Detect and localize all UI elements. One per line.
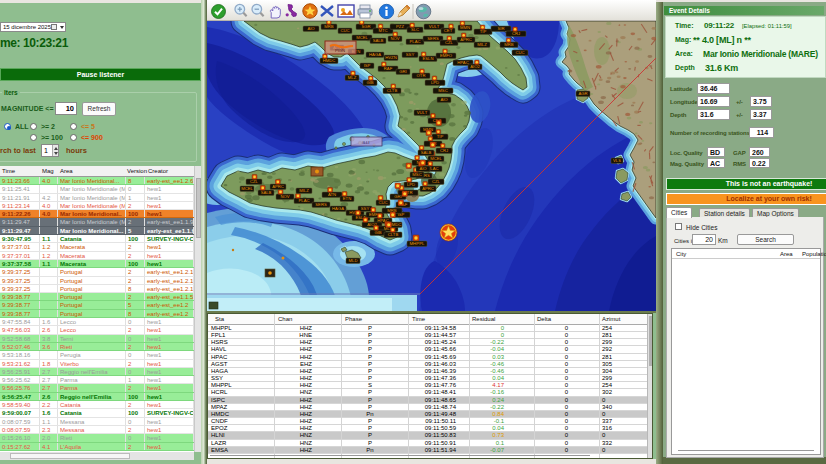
svg-text:TIP: TIP — [437, 134, 444, 139]
svg-text:AGR: AGR — [578, 91, 587, 96]
svg-text:AIO: AIO — [440, 97, 448, 102]
svg-text:PLAC: PLAC — [410, 39, 421, 44]
svg-text:HMDC: HMDC — [323, 58, 336, 63]
svg-text:MCEL: MCEL — [241, 186, 253, 191]
svg-text:SSY: SSY — [406, 52, 415, 57]
svg-text:APRC: APRC — [460, 37, 472, 42]
svg-text:MILZ: MILZ — [477, 42, 487, 47]
svg-text:AIO: AIO — [419, 166, 427, 171]
svg-text:MSC: MSC — [412, 172, 421, 177]
svg-text:PZZ: PZZ — [396, 24, 404, 29]
svg-text:CZL: CZL — [445, 40, 454, 45]
svg-text:HAGA: HAGA — [332, 206, 344, 211]
svg-text:CET: CET — [444, 28, 453, 33]
svg-text:NOV: NOV — [390, 36, 399, 41]
svg-text:NOV: NOV — [280, 194, 289, 199]
svg-text:LPD: LPD — [431, 80, 439, 85]
svg-text:CRJ: CRJ — [512, 31, 520, 36]
svg-text:MLD: MLD — [349, 258, 358, 263]
svg-text:ESLN: ESLN — [423, 56, 434, 61]
svg-text:MTC: MTC — [378, 28, 387, 33]
svg-text:SERS: SERS — [427, 36, 439, 41]
svg-text:HAGA: HAGA — [369, 52, 381, 57]
svg-text:MSC: MSC — [438, 88, 447, 93]
svg-text:VLS: VLS — [613, 158, 621, 163]
svg-text:RAF: RAF — [384, 66, 393, 71]
svg-text:SALB: SALB — [373, 38, 384, 43]
svg-text:GIB: GIB — [366, 80, 373, 85]
svg-text:VULT: VULT — [417, 110, 428, 115]
svg-text:CRJ: CRJ — [440, 148, 448, 153]
svg-text:AIO: AIO — [307, 26, 315, 31]
svg-text:SIR: SIR — [498, 26, 505, 31]
svg-text:SLC: SLC — [411, 27, 419, 32]
svg-text:GIB: GIB — [374, 230, 381, 235]
svg-text:CZL: CZL — [250, 179, 259, 184]
svg-text:SGR: SGR — [361, 24, 370, 29]
svg-text:APRC: APRC — [422, 186, 434, 191]
svg-text:MHPPL: MHPPL — [409, 241, 425, 246]
svg-text:PLAC: PLAC — [299, 198, 310, 203]
svg-text:ETN: ETN — [343, 196, 351, 201]
svg-text:HVZN: HVZN — [385, 55, 396, 60]
svg-text:MLZ: MLZ — [348, 75, 357, 80]
svg-text:CUC: CUC — [515, 50, 524, 55]
svg-text:ATN: ATN — [328, 192, 336, 197]
svg-text:EMFO: EMFO — [440, 53, 453, 58]
svg-text:AIO2: AIO2 — [470, 64, 480, 69]
svg-text:SALB: SALB — [261, 190, 272, 195]
svg-text:CUC: CUC — [340, 28, 349, 33]
svg-text:CLTB: CLTB — [388, 232, 399, 237]
svg-text:APRC: APRC — [272, 184, 284, 189]
svg-text:MRB: MRB — [504, 42, 514, 47]
svg-text:PIGN: PIGN — [335, 48, 345, 53]
svg-text:SALB: SALB — [421, 150, 432, 155]
svg-text:CZL: CZL — [432, 179, 441, 184]
svg-text:OTR: OTR — [417, 73, 426, 78]
svg-text:MCEL: MCEL — [356, 35, 368, 40]
svg-text:GRI: GRI — [399, 69, 406, 74]
svg-text:CLTB: CLTB — [387, 88, 398, 93]
svg-text:VULT: VULT — [429, 24, 440, 29]
svg-text:MMN: MMN — [460, 25, 470, 30]
svg-text:MILZ: MILZ — [299, 188, 309, 193]
svg-text:ILLI: ILLI — [363, 140, 370, 145]
svg-text:TIP: TIP — [480, 29, 487, 34]
svg-text:MCEL: MCEL — [430, 156, 442, 161]
svg-text:MRB: MRB — [324, 24, 334, 29]
svg-text:HPAC: HPAC — [457, 60, 468, 65]
svg-text:LPD: LPD — [407, 182, 415, 187]
svg-text:SSY: SSY — [361, 206, 370, 211]
svg-text:CUC: CUC — [378, 200, 387, 205]
svg-text:ISP: ISP — [364, 63, 371, 68]
svg-text:SERS: SERS — [315, 202, 327, 207]
